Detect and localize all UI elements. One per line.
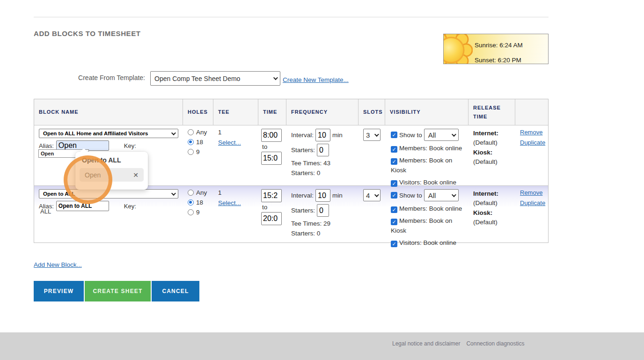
col-release-time: RELEASE TIME xyxy=(468,99,515,125)
holes-cell: Any 18 9 xyxy=(183,186,213,250)
checkbox-checked-icon[interactable]: ✓ xyxy=(391,219,397,225)
checkbox-checked-icon[interactable]: ✓ xyxy=(391,206,397,213)
release-time-cell: Internet: (Default) Kiosk: (Default) xyxy=(468,125,515,190)
time-to-input[interactable] xyxy=(261,212,282,225)
holes-18-label: 18 xyxy=(196,199,203,206)
col-holes: HOLES xyxy=(183,99,213,125)
visibility-cell: ✓ Show to All ✓Members: Book online ✓Mem… xyxy=(385,186,468,250)
tee-select-link[interactable]: Select... xyxy=(218,199,241,206)
radio-selected-icon[interactable] xyxy=(188,199,194,206)
radio-icon[interactable] xyxy=(188,209,194,215)
time-cell: to xyxy=(258,125,286,190)
col-block-name: BLOCK NAME xyxy=(34,99,183,125)
key-label: Key: xyxy=(124,142,136,149)
kiosk-label: Kiosk: xyxy=(473,148,512,157)
holes-option-18[interactable]: 18 xyxy=(188,139,210,146)
holes-18-label: 18 xyxy=(196,139,203,146)
visibility-option[interactable]: ✓Members: Book on Kiosk xyxy=(391,216,466,236)
block-name-select[interactable]: Open to ALL Home and Affiliated Visitors xyxy=(39,129,178,138)
radio-icon[interactable] xyxy=(188,129,194,135)
template-select-value: Open Comp Tee Sheet Demo xyxy=(154,75,240,82)
block-row-2: Open to ALL Alias: Key: ALL Any 18 xyxy=(34,186,548,242)
min-label: min xyxy=(332,132,343,139)
tee-times-summary: Tee Times: 29 Starters: 0 xyxy=(291,219,356,239)
slots-select[interactable]: 3 xyxy=(363,129,381,141)
tee-times-summary: Tee Times: 43 Starters: 0 xyxy=(291,159,356,178)
visibility-option[interactable]: ✓Visitors: Book online xyxy=(391,238,466,248)
tee-select-link[interactable]: Select... xyxy=(218,139,241,146)
holes-option-18[interactable]: 18 xyxy=(188,199,210,206)
checkbox-checked-icon[interactable]: ✓ xyxy=(391,146,397,153)
duplicate-link[interactable]: Duplicate xyxy=(520,199,545,206)
legal-notice-link[interactable]: Legal notice and disclaimer xyxy=(392,340,460,347)
time-from-input[interactable] xyxy=(261,129,282,142)
internet-value: (Default) xyxy=(473,138,512,147)
suggestion-item-highlighted[interactable]: Open ✕ xyxy=(80,168,144,182)
frequency-cell: Interval: min Starters: Tee Times: 43 St… xyxy=(286,125,359,190)
duplicate-link[interactable]: Duplicate xyxy=(520,139,545,146)
time-to-input[interactable] xyxy=(261,152,282,165)
slots-cell: 4 xyxy=(359,186,385,250)
chevron-down-icon xyxy=(452,192,456,197)
time-to-label: to xyxy=(262,204,283,211)
checkbox-checked-icon[interactable]: ✓ xyxy=(391,241,397,247)
holes-option-any[interactable]: Any xyxy=(188,189,210,196)
suggestion-item-label: Open xyxy=(85,171,101,179)
page-title: ADD BLOCKS TO TIMESHEET xyxy=(34,29,141,37)
block-name-select-value: Open to ALL xyxy=(43,191,75,197)
show-to-select[interactable]: All xyxy=(424,129,459,141)
block-name-select[interactable]: Open to ALL xyxy=(39,189,178,198)
remove-link[interactable]: Remove xyxy=(520,189,542,196)
add-new-block-link[interactable]: Add New Block... xyxy=(34,261,82,268)
starters-input[interactable] xyxy=(317,204,329,217)
col-slots: SLOTS xyxy=(359,99,385,125)
radio-selected-icon[interactable] xyxy=(188,139,194,145)
holes-any-label: Any xyxy=(196,129,207,136)
alias-input[interactable] xyxy=(56,201,109,211)
release-time-cell: Internet: (Default) Kiosk: (Default) xyxy=(468,186,515,250)
alias-label: Alias: xyxy=(39,142,54,149)
connection-diagnostics-link[interactable]: Connection diagnostics xyxy=(466,340,524,347)
alias-overflow-text: ALL xyxy=(40,208,51,215)
show-to-label: Show to xyxy=(399,192,422,199)
close-icon[interactable]: ✕ xyxy=(133,171,139,179)
show-to-select[interactable]: All xyxy=(424,189,459,201)
internet-value: (Default) xyxy=(473,198,512,208)
visibility-option[interactable]: ✓Members: Book online xyxy=(391,204,466,214)
checkbox-checked-icon[interactable]: ✓ xyxy=(391,192,397,198)
interval-label: Interval: xyxy=(291,132,314,139)
create-new-template-link[interactable]: Create New Template... xyxy=(283,76,349,83)
tee-cell: 1 Select... xyxy=(213,186,258,250)
holes-option-9[interactable]: 9 xyxy=(188,148,210,155)
key-label: Key: xyxy=(124,203,136,210)
template-select[interactable]: Open Comp Tee Sheet Demo xyxy=(150,71,280,86)
time-from-input[interactable] xyxy=(261,189,282,202)
holes-option-9[interactable]: 9 xyxy=(188,209,210,216)
remove-link[interactable]: Remove xyxy=(520,129,542,136)
footer: Legal notice and disclaimer Connection d… xyxy=(0,332,644,360)
visibility-option-label: Visitors: Book online xyxy=(399,179,456,186)
radio-icon[interactable] xyxy=(188,190,194,196)
chevron-down-icon xyxy=(374,132,379,137)
internet-label: Internet: xyxy=(473,129,512,138)
visibility-option-label: Members: Book online xyxy=(399,205,462,212)
visibility-option-label: Members: Book online xyxy=(399,145,462,152)
create-sheet-button[interactable]: CREATE SHEET xyxy=(85,281,151,301)
holes-option-any[interactable]: Any xyxy=(188,129,210,136)
checkbox-checked-icon[interactable]: ✓ xyxy=(391,132,397,138)
preview-button[interactable]: PREVIEW xyxy=(34,281,84,301)
starters-input[interactable] xyxy=(317,144,329,156)
col-visibility: VISIBILITY xyxy=(385,99,468,125)
visibility-option[interactable]: ✓Members: Book on Kiosk xyxy=(391,156,466,176)
col-frequency: FREQUENCY xyxy=(286,99,359,125)
interval-input[interactable] xyxy=(315,189,330,202)
checkbox-checked-icon[interactable]: ✓ xyxy=(391,158,397,165)
interval-input[interactable] xyxy=(315,129,330,141)
divider xyxy=(34,17,549,17)
slots-select[interactable]: 4 xyxy=(363,189,381,201)
cancel-button[interactable]: CANCEL xyxy=(152,281,199,301)
radio-icon[interactable] xyxy=(188,149,194,155)
visibility-option[interactable]: ✓Members: Book online xyxy=(391,144,466,154)
show-to-select-value: All xyxy=(428,131,436,139)
tee-number: 1 xyxy=(218,129,255,136)
